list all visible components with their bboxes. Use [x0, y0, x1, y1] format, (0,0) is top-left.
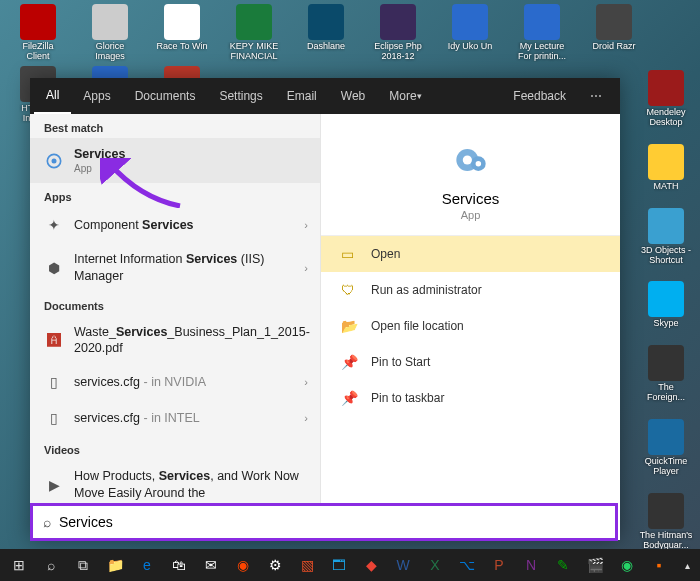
action-pin-to-taskbar[interactable]: 📌Pin to taskbar [321, 380, 620, 416]
action-open[interactable]: ▭Open [321, 236, 620, 272]
result-doc-pdf[interactable]: 🅰 Waste_Services_Business_Plan_1_2015-20… [30, 316, 320, 365]
file-icon: ▯ [44, 372, 64, 392]
taskbar-app[interactable]: P [484, 551, 514, 579]
chevron-right-icon: › [304, 262, 308, 274]
taskbar-app[interactable]: 🛍 [164, 551, 194, 579]
result-doc-cfg-intel[interactable]: ▯ services.cfg - in INTEL › [30, 400, 320, 436]
section-videos: Videos [30, 436, 320, 460]
chevron-right-icon: › [304, 219, 308, 231]
action-icon: 📂 [341, 318, 357, 334]
component-icon: ✦ [44, 215, 64, 235]
taskbar-app[interactable]: ◉ [612, 551, 642, 579]
taskbar-app[interactable]: ◆ [356, 551, 386, 579]
action-icon: 📌 [341, 354, 357, 370]
desktop-icon[interactable]: The Hitman's Bodyguar... [638, 493, 694, 551]
taskbar-app[interactable]: ✉ [196, 551, 226, 579]
svg-point-1 [52, 158, 57, 163]
taskbar-app[interactable]: W [388, 551, 418, 579]
taskbar-app[interactable]: X [420, 551, 450, 579]
taskbar-app[interactable]: 🗔 [324, 551, 354, 579]
svg-point-4 [462, 155, 471, 164]
result-video[interactable]: ▶ How Products, Services, and Work Now M… [30, 460, 320, 509]
desktop-icon[interactable]: Dashlane [298, 4, 354, 62]
tab-web[interactable]: Web [329, 78, 377, 114]
desktop-icon[interactable]: My Lecture For printin... [514, 4, 570, 62]
action-run-as-administrator[interactable]: 🛡Run as administrator [321, 272, 620, 308]
tab-settings[interactable]: Settings [207, 78, 274, 114]
result-component-services[interactable]: ✦ Component Services › [30, 207, 320, 243]
system-tray[interactable]: ▴ [685, 560, 696, 571]
tab-apps[interactable]: Apps [71, 78, 122, 114]
taskbar-app[interactable]: ⌥ [452, 551, 482, 579]
desktop-icon[interactable]: Glorice Images [82, 4, 138, 62]
action-pin-to-start[interactable]: 📌Pin to Start [321, 344, 620, 380]
tab-email[interactable]: Email [275, 78, 329, 114]
search-icon: ⌕ [43, 514, 51, 530]
feedback-link[interactable]: Feedback [501, 78, 578, 114]
action-label: Pin to taskbar [371, 391, 444, 405]
desktop-icon[interactable]: Skype [638, 281, 694, 329]
chevron-right-icon: › [304, 412, 308, 424]
search-button[interactable]: ⌕ [36, 551, 66, 579]
taskbar-app[interactable]: ▪ [644, 551, 674, 579]
results-list: Best match Services App Apps ✦ Component… [30, 114, 320, 540]
tab-documents[interactable]: Documents [123, 78, 208, 114]
desktop-icon[interactable]: KEPY MIKE FINANCIAL [226, 4, 282, 62]
desktop-icon[interactable]: Mendeley Desktop [638, 70, 694, 128]
section-best-match: Best match [30, 114, 320, 138]
taskbar-app[interactable]: 📁 [100, 551, 130, 579]
chevron-right-icon: › [304, 376, 308, 388]
start-search-panel: All Apps Documents Settings Email Web Mo… [30, 78, 620, 540]
desktop-icon[interactable]: QuickTime Player [638, 419, 694, 477]
action-open-file-location[interactable]: 📂Open file location [321, 308, 620, 344]
tab-more[interactable]: More [377, 78, 433, 114]
result-best-services[interactable]: Services App [30, 138, 320, 183]
start-button[interactable]: ⊞ [4, 551, 34, 579]
result-doc-cfg-nvidia[interactable]: ▯ services.cfg - in NVIDIA › [30, 364, 320, 400]
action-label: Open file location [371, 319, 464, 333]
video-icon: ▶ [44, 475, 64, 495]
result-subtitle: App [74, 162, 308, 175]
desktop-icon[interactable]: Droid Razr [586, 4, 642, 62]
tray-chevron-icon[interactable]: ▴ [685, 560, 690, 571]
section-apps: Apps [30, 183, 320, 207]
result-preview-pane: Services App ▭Open🛡Run as administrator📂… [320, 114, 620, 540]
svg-point-5 [475, 161, 481, 167]
action-icon: 📌 [341, 390, 357, 406]
desktop-icon[interactable]: The Foreign... [638, 345, 694, 403]
taskbar-app[interactable]: ⚙ [260, 551, 290, 579]
preview-subtitle: App [321, 209, 620, 221]
desktop-icon[interactable]: 3D Objects - Shortcut [638, 208, 694, 266]
task-view-button[interactable]: ⧉ [68, 551, 98, 579]
services-app-icon [449, 138, 493, 182]
taskbar-app[interactable]: N [516, 551, 546, 579]
preview-title: Services [321, 190, 620, 207]
result-iis-manager[interactable]: ⬢ Internet Information Services (IIS) Ma… [30, 243, 320, 292]
taskbar-app[interactable]: ◉ [228, 551, 258, 579]
pdf-icon: 🅰 [44, 330, 64, 350]
windows-search-bar[interactable]: ⌕ [30, 503, 618, 541]
iis-icon: ⬢ [44, 258, 64, 278]
desktop-icon[interactable]: Race To Win [154, 4, 210, 62]
action-icon: ▭ [341, 246, 357, 262]
taskbar-app[interactable]: 🎬 [580, 551, 610, 579]
action-label: Pin to Start [371, 355, 430, 369]
taskbar-app[interactable]: e [132, 551, 162, 579]
search-input[interactable] [59, 514, 605, 530]
result-title: Services [74, 146, 308, 162]
desktop-icon[interactable]: Eclipse Php 2018-12 [370, 4, 426, 62]
desktop-icon[interactable]: Idy Uko Un [442, 4, 498, 62]
gear-icon [44, 151, 64, 171]
options-menu[interactable]: ⋯ [578, 78, 616, 114]
taskbar-app[interactable]: ▧ [292, 551, 322, 579]
desktop-icon[interactable]: FileZilla Client [10, 4, 66, 62]
tab-all[interactable]: All [34, 78, 71, 114]
action-label: Run as administrator [371, 283, 482, 297]
taskbar: ⊞ ⌕ ⧉ 📁 e 🛍 ✉ ◉ ⚙ ▧ 🗔 ◆ W X ⌥ P N ✎ 🎬 ◉ … [0, 549, 700, 581]
file-icon: ▯ [44, 408, 64, 428]
action-icon: 🛡 [341, 282, 357, 298]
search-filter-tabs: All Apps Documents Settings Email Web Mo… [30, 78, 620, 114]
taskbar-app[interactable]: ✎ [548, 551, 578, 579]
section-documents: Documents [30, 292, 320, 316]
desktop-icon[interactable]: MATH [638, 144, 694, 192]
